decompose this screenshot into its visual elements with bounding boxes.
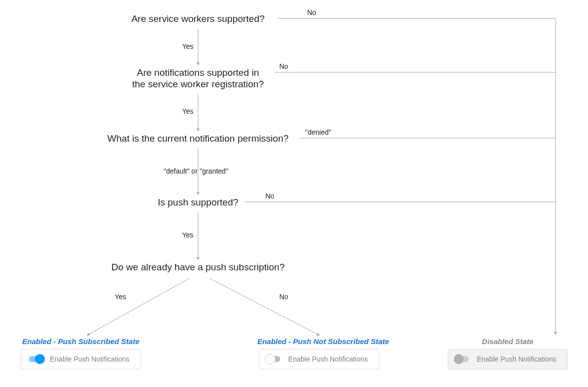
card-not-subscribed-label: Enable Push Notifications [288, 355, 368, 363]
question-1: Are service workers supported? [131, 13, 264, 24]
question-4: Is push supported? [158, 197, 238, 207]
state-subscribed-label: Enabled - Push Subscribed State [22, 337, 139, 346]
card-disabled-label: Enable Push Notifications [477, 355, 557, 363]
svg-point-2 [35, 354, 45, 364]
arrow-q5-no [209, 278, 319, 335]
state-not-subscribed-label: Enabled - Push Not Subscribed State [257, 337, 389, 346]
flowchart-diagram: Are service workers supported? Yes No Ar… [0, 0, 588, 387]
question-5: Do we already have a push subscription? [111, 262, 284, 272]
edge-q2-no: No [279, 62, 288, 70]
card-subscribed: Enable Push Notifications [21, 349, 141, 369]
arrow-q5-yes [87, 278, 190, 335]
question-2-line1: Are notifications supported in [137, 67, 259, 78]
card-not-subscribed: Enable Push Notifications [259, 349, 379, 369]
edge-q1-no: No [307, 8, 316, 16]
edge-q5-no: No [279, 293, 288, 301]
question-2-line2: the service worker registration? [132, 79, 264, 89]
state-disabled-label: Disabled State [482, 337, 533, 346]
edge-q4-no: No [265, 192, 274, 200]
card-disabled: Enable Push Notifications [448, 349, 568, 369]
card-subscribed-label: Enable Push Notifications [50, 355, 130, 363]
edge-q2-yes: Yes [182, 107, 194, 115]
question-3: What is the current notification permiss… [107, 133, 288, 144]
edge-q3-denied: "denied" [305, 128, 331, 136]
edge-q1-yes: Yes [182, 42, 194, 50]
edge-q5-yes: Yes [115, 293, 126, 301]
svg-point-8 [454, 354, 464, 364]
svg-point-5 [265, 354, 275, 364]
edge-q4-yes: Yes [182, 231, 194, 239]
edge-q3-default: "default" or "granted" [164, 167, 228, 175]
